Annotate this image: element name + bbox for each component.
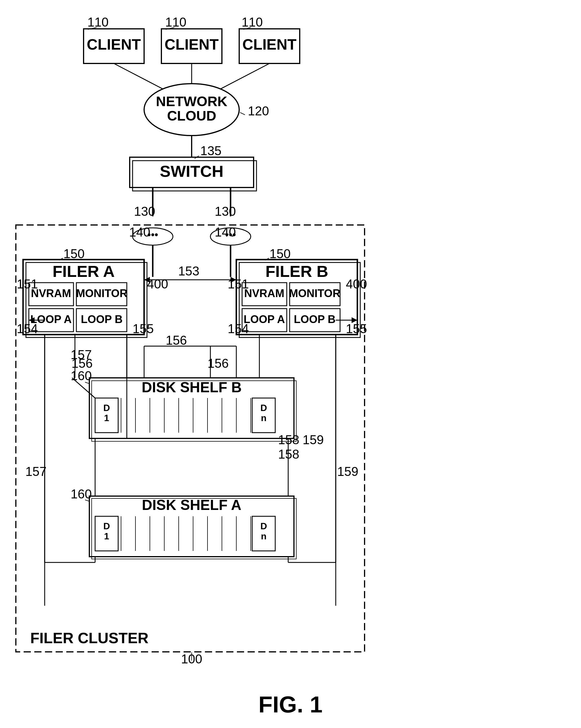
ref156b: 156 [208,356,228,370]
ref157b: 157 [71,347,92,362]
ref158b: 158 [278,447,299,461]
disk-shelf-b-label: DISK SHELF B [141,379,242,395]
ref140b: 140 [215,225,236,239]
ref120: 120 [248,104,269,118]
client3-label: CLIENT [242,36,297,53]
diagram-svg: CLIENT 110 CLIENT 110 CLIENT 110 NETWORK… [0,0,581,728]
filer-cluster-label: FILER CLUSTER [30,630,148,646]
filerA-label: FILER A [52,262,115,280]
ref154b: 154 [228,321,249,336]
ref150b: 150 [270,246,290,261]
ref130a: 130 [134,204,155,218]
ref140a: 140 [129,225,150,239]
disk-shelf-a-label: DISK SHELF A [142,497,241,513]
client2-label: CLIENT [165,36,219,53]
ref151a: 151 [17,277,38,291]
network-cloud-label: NETWORK [156,94,227,109]
fig-caption: FIG. 1 [258,692,323,717]
ref157a-left: 157 [25,464,47,478]
loopBA-label: LOOP B [81,313,123,326]
ref158a: 158 [278,433,299,447]
ref110b: 110 [165,15,186,29]
monitorA-label: MONITOR [76,287,128,300]
ref130b: 130 [215,204,236,218]
dna-label: D [260,402,267,413]
client1-label: CLIENT [87,36,141,53]
nvramB-label: NVRAM [244,287,284,300]
ref159a: 159 [337,464,358,478]
ref160a: 160 [71,369,92,383]
dnb-num: n [261,531,267,541]
d1b-label: D [103,402,110,413]
ref154a: 154 [17,321,38,336]
d1a-label: D [103,521,110,531]
d1a-num: 1 [104,531,109,541]
ref135: 135 [200,144,221,158]
ref159b: 159 [303,433,324,447]
switch-label: SWITCH [160,162,224,180]
network-cloud-label2: CLOUD [167,108,216,124]
ref110c: 110 [242,15,262,29]
loopBB-label: LOOP B [294,313,336,326]
ref155a: 155 [133,321,154,336]
monitorB-label: MONITOR [289,287,341,300]
dna-num: n [261,413,267,423]
ref400a: 400 [147,277,168,291]
d1b-num: 1 [104,413,109,423]
ref160b: 160 [71,487,92,501]
filerB-label: FILER B [266,262,328,280]
loopAB-label: LOOP A [244,313,285,326]
dnb-label: D [260,521,267,531]
ref156-center: 156 [166,333,187,347]
ref155b: 155 [346,321,367,336]
ref150a: 150 [63,246,84,261]
ref400b: 400 [346,277,367,291]
ref153: 153 [178,264,199,278]
diagram: CLIENT 110 CLIENT 110 CLIENT 110 NETWORK… [0,0,581,728]
ref110a: 110 [87,15,108,29]
